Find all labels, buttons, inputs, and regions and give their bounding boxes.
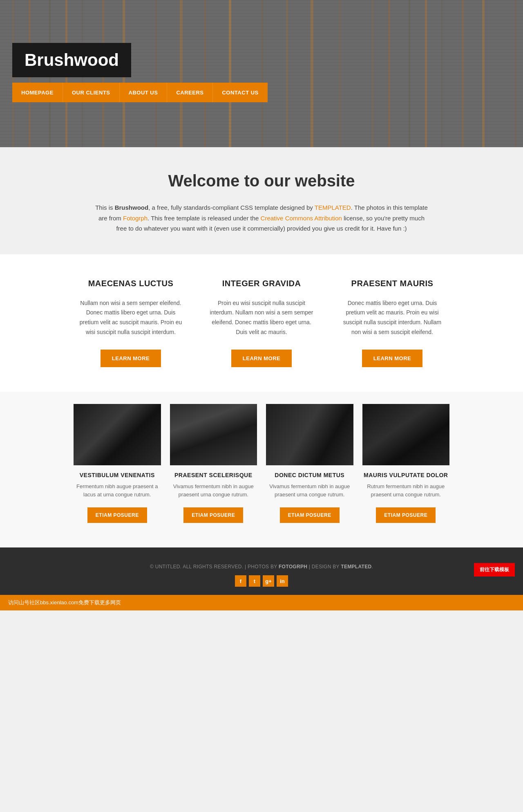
- footer-copyright: © UNTITLED. ALL RIGHTS RESERVED. | PHOTO…: [150, 564, 279, 570]
- footer-design-text: | DESIGN BY: [307, 564, 341, 570]
- logo-text: Brushwood: [25, 50, 119, 70]
- card-text-3: Vivamus fermentum nibh in augue praesent…: [266, 482, 353, 500]
- col-text-3: Donec mattis libero eget urna. Duis pret…: [339, 298, 445, 337]
- nav-about-us[interactable]: ABOUT US: [120, 83, 168, 102]
- learn-more-2[interactable]: LEARN MORE: [231, 350, 292, 367]
- footer-social: f t g+ in: [8, 575, 515, 587]
- fotogrph-link[interactable]: Fotogrph: [123, 215, 148, 222]
- footer-text: © UNTITLED. ALL RIGHTS RESERVED. | PHOTO…: [8, 564, 515, 570]
- col-title-2: INTEGER GRAVIDA: [208, 279, 315, 288]
- social-googleplus[interactable]: g+: [263, 575, 274, 587]
- col-text-1: Nullam non wisi a sem semper eleifend. D…: [78, 298, 184, 337]
- three-col-section: MAECENAS LUCTUS Nullam non wisi a sem se…: [0, 254, 523, 392]
- card-title-3: DONEC DICTUM METUS: [266, 472, 353, 478]
- card-text-1: Fermentum nibh augue praesent a lacus at…: [74, 482, 161, 500]
- main-nav: HOMEPAGE OUR CLIENTS ABOUT US CAREERS CO…: [12, 83, 268, 102]
- card-title-4: MAURIS VULPUTATE DOLOR: [362, 472, 450, 478]
- col-title-1: MAECENAS LUCTUS: [78, 279, 184, 288]
- nav-contact-us[interactable]: CONTACT US: [213, 83, 267, 102]
- welcome-section: Welcome to our website This is Brushwood…: [0, 147, 523, 254]
- learn-more-1[interactable]: LEARN MORE: [101, 350, 161, 367]
- nav-careers[interactable]: CAREERS: [167, 83, 213, 102]
- cc-link[interactable]: Creative Commons Attribution: [261, 215, 342, 222]
- col-block-3: PRAESENT MAURIS Donec mattis libero eget…: [335, 279, 449, 367]
- social-linkedin[interactable]: in: [277, 575, 288, 587]
- card-title-1: VESTIBULUM VENENATIS: [74, 472, 161, 478]
- card-2: PRAESENT SCELERISQUE Vivamus fermentum n…: [170, 404, 257, 523]
- card-image-1: [74, 404, 161, 465]
- card-image-4: [362, 404, 450, 465]
- footer-fotogrph-link[interactable]: FOTOGRPH: [279, 564, 307, 570]
- four-col-inner: VESTIBULUM VENENATIS Fermentum nibh augu…: [74, 404, 449, 523]
- footer-period: .: [371, 564, 373, 570]
- card-btn-4[interactable]: ETIAM POSUERE: [376, 507, 436, 523]
- card-image-3: [266, 404, 353, 465]
- welcome-text-mid: , a free, fully standards-compliant CSS …: [148, 204, 315, 211]
- card-title-2: PRAESENT SCELERISQUE: [170, 472, 257, 478]
- card-1: VESTIBULUM VENENATIS Fermentum nibh augu…: [74, 404, 161, 523]
- templated-link[interactable]: TEMPLATED: [315, 204, 351, 211]
- social-facebook[interactable]: f: [235, 575, 246, 587]
- card-btn-2[interactable]: ETIAM POSUERE: [183, 507, 243, 523]
- site-footer: © UNTITLED. ALL RIGHTS RESERVED. | PHOTO…: [0, 547, 523, 595]
- card-text-4: Rutrum fermentum nibh in augue praesent …: [362, 482, 450, 500]
- site-header: Brushwood HOMEPAGE OUR CLIENTS ABOUT US …: [0, 0, 523, 147]
- welcome-title: Welcome to our website: [8, 172, 515, 190]
- card-3: DONEC DICTUM METUS Vivamus fermentum nib…: [266, 404, 353, 523]
- welcome-text-pre: This is: [95, 204, 115, 211]
- footer-templated-link[interactable]: TEMPLATED: [341, 564, 371, 570]
- watermark-bar: 访问山号社区bbs.xienlao.com免费下载更多网页: [0, 595, 523, 610]
- welcome-brand: Brushwood: [115, 204, 149, 211]
- card-image-2: [170, 404, 257, 465]
- col-text-2: Proin eu wisi suscipit nulla suscipit in…: [208, 298, 315, 337]
- nav-homepage[interactable]: HOMEPAGE: [12, 83, 63, 102]
- col-title-3: PRAESENT MAURIS: [339, 279, 445, 288]
- learn-more-3[interactable]: LEARN MORE: [362, 350, 422, 367]
- col-block-1: MAECENAS LUCTUS Nullam non wisi a sem se…: [74, 279, 188, 367]
- nav-our-clients[interactable]: OUR CLIENTS: [63, 83, 120, 102]
- card-4: MAURIS VULPUTATE DOLOR Rutrum fermentum …: [362, 404, 450, 523]
- social-twitter[interactable]: t: [249, 575, 260, 587]
- three-col-inner: MAECENAS LUCTUS Nullam non wisi a sem se…: [74, 279, 449, 367]
- four-col-section: VESTIBULUM VENENATIS Fermentum nibh augu…: [0, 392, 523, 548]
- welcome-text: This is Brushwood, a free, fully standar…: [94, 202, 429, 234]
- col-block-2: INTEGER GRAVIDA Proin eu wisi suscipit n…: [204, 279, 319, 367]
- header-background: Brushwood HOMEPAGE OUR CLIENTS ABOUT US …: [0, 0, 523, 147]
- download-button[interactable]: 前往下载模板: [474, 563, 515, 576]
- card-btn-3[interactable]: ETIAM POSUERE: [280, 507, 340, 523]
- logo-block: Brushwood: [12, 43, 131, 77]
- welcome-text-end: . This free template is released under t…: [148, 215, 261, 222]
- card-btn-1[interactable]: ETIAM POSUERE: [87, 507, 147, 523]
- card-text-2: Vivamus fermentum nibh in augue praesent…: [170, 482, 257, 500]
